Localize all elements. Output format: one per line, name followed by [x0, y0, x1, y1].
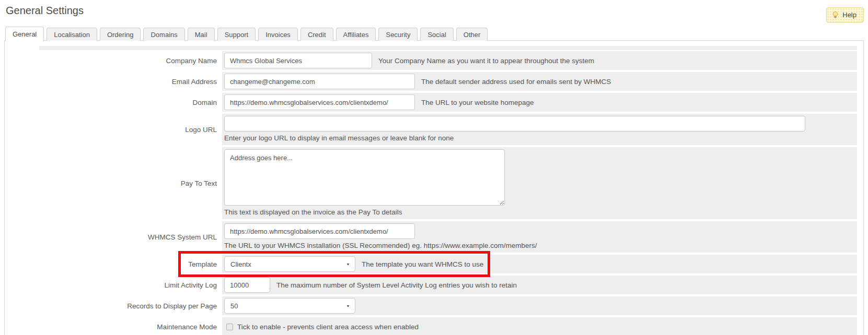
tab-domains[interactable]: Domains: [143, 28, 184, 41]
records-per-page-select-value: 50: [230, 302, 238, 310]
lightbulb-icon: [831, 11, 839, 19]
records-per-page-label: Records to Display per Page: [11, 296, 222, 315]
maintenance-mode-checkbox[interactable]: [226, 324, 233, 330]
logo-url-help: Enter your logo URL to display in email …: [224, 134, 454, 143]
whmcs-system-url-input[interactable]: [224, 223, 415, 239]
form-row-logo-url: Logo URL Enter your logo URL to display …: [11, 114, 857, 145]
pay-to-text-help: This text is displayed on the invoice as…: [224, 208, 402, 217]
tab-security[interactable]: Security: [378, 28, 418, 41]
template-help: The template you want WHMCS to use: [362, 260, 483, 268]
help-button-label: Help: [842, 11, 857, 19]
whmcs-system-url-label: WHMCS System URL: [11, 221, 222, 253]
company-name-help: Your Company Name as you want it to appe…: [378, 57, 594, 65]
chevron-down-icon: ▼: [346, 304, 350, 308]
email-address-input[interactable]: [224, 74, 415, 89]
tab-localisation[interactable]: Localisation: [47, 28, 97, 41]
maintenance-mode-label: Maintenance Mode: [11, 317, 222, 335]
settings-tab-bar: GeneralLocalisationOrderingDomainsMailSu…: [5, 27, 488, 41]
form-row-records-per-page: Records to Display per Page 50 ▼: [11, 296, 857, 315]
tab-other[interactable]: Other: [456, 28, 488, 41]
form-top-spacer: [39, 46, 857, 50]
template-select-value: Clientx: [230, 260, 251, 268]
tab-mail[interactable]: Mail: [188, 28, 215, 41]
email-address-label: Email Address: [11, 72, 222, 91]
form-row-email-address: Email Address The default sender address…: [11, 72, 857, 91]
tab-social[interactable]: Social: [420, 28, 453, 41]
form-row-pay-to-text: Pay To Text Address goes here... This te…: [11, 147, 857, 219]
company-name-label: Company Name: [11, 51, 222, 70]
pay-to-text-label: Pay To Text: [11, 147, 222, 219]
records-per-page-select[interactable]: 50 ▼: [224, 298, 355, 314]
help-button[interactable]: Help: [826, 7, 864, 22]
form-row-whmcs-system-url: WHMCS System URL The URL to your WHMCS i…: [11, 221, 857, 253]
domain-input[interactable]: [224, 94, 415, 110]
chevron-down-icon: ▼: [346, 262, 350, 266]
form-row-template: Template Clientx ▼ The template you want…: [11, 255, 857, 273]
template-label: Template: [11, 255, 222, 273]
form-row-company-name: Company Name Your Company Name as you wa…: [11, 51, 857, 70]
tab-support[interactable]: Support: [217, 28, 256, 41]
domain-label: Domain: [11, 93, 222, 112]
limit-activity-log-label: Limit Activity Log: [11, 276, 222, 294]
whmcs-system-url-help: The URL to your WHMCS installation (SSL …: [224, 241, 537, 250]
template-select[interactable]: Clientx ▼: [224, 256, 355, 272]
form-row-limit-activity-log: Limit Activity Log The maximum number of…: [11, 276, 857, 294]
email-address-help: The default sender address used for emai…: [421, 78, 611, 86]
company-name-input[interactable]: [224, 53, 372, 68]
limit-activity-log-help: The maximum number of System Level Activ…: [276, 281, 517, 289]
logo-url-label: Logo URL: [11, 114, 222, 145]
form-row-maintenance-mode: Maintenance Mode Tick to enable - preven…: [11, 317, 857, 335]
tab-panel-general: Company Name Your Company Name as you wa…: [4, 40, 864, 335]
tab-invoices[interactable]: Invoices: [258, 28, 298, 41]
logo-url-input[interactable]: [224, 116, 805, 131]
tab-affiliates[interactable]: Affiliates: [336, 28, 376, 41]
general-settings-page: General Settings Help GeneralLocalisatio…: [0, 0, 868, 335]
pay-to-text-textarea[interactable]: Address goes here...: [224, 149, 505, 206]
form-row-domain: Domain The URL to your website homepage: [11, 93, 857, 112]
tab-credit[interactable]: Credit: [300, 28, 333, 41]
general-settings-form: Company Name Your Company Name as you wa…: [11, 51, 857, 335]
limit-activity-log-input[interactable]: [224, 277, 270, 293]
domain-help: The URL to your website homepage: [421, 99, 534, 106]
page-title: General Settings: [6, 5, 84, 17]
tab-ordering[interactable]: Ordering: [100, 28, 141, 41]
tab-general[interactable]: General: [5, 27, 44, 41]
maintenance-mode-help: Tick to enable - prevents client area ac…: [237, 323, 419, 331]
